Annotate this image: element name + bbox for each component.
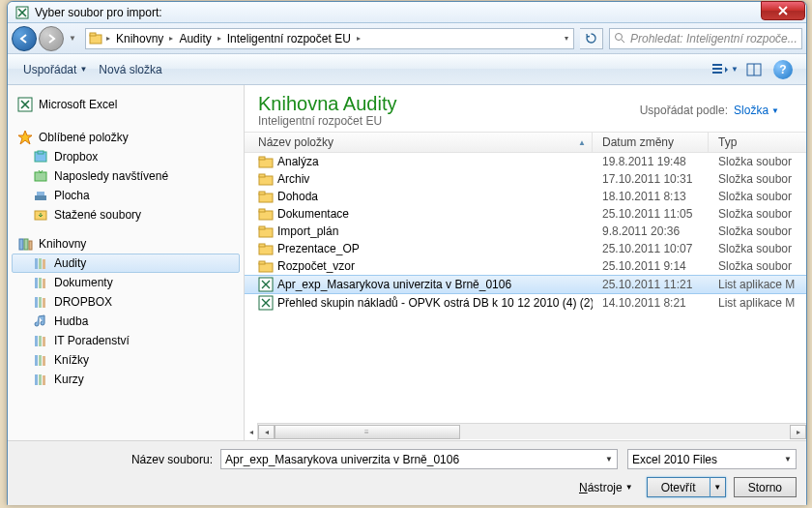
hscroll-right[interactable]: ▸ bbox=[790, 425, 806, 439]
file-row[interactable]: Rozpočet_vzor 25.10.2011 9:14 Složka sou… bbox=[245, 257, 806, 275]
sidebar-library-item[interactable]: Knížky bbox=[12, 350, 240, 370]
nav-forward-button[interactable] bbox=[39, 26, 64, 51]
breadcrumb-arrow-icon[interactable]: ▸ bbox=[103, 34, 113, 43]
file-row[interactable]: Apr_exp_Masarykova univerzita v Brně_010… bbox=[245, 275, 806, 294]
sidebar-library-item[interactable]: Dokumenty bbox=[12, 273, 240, 292]
breadcrumb-arrow-icon[interactable]: ▸ bbox=[166, 34, 176, 43]
file-row[interactable]: Dokumentace 25.10.2011 11:05 Složka soub… bbox=[245, 205, 806, 223]
favorite-icon bbox=[33, 188, 48, 203]
sidebar-favorite-item[interactable]: Stažené soubory bbox=[12, 205, 240, 224]
breadcrumb-segment[interactable]: Inteligentní rozpočet EU bbox=[224, 29, 354, 48]
library-title: Knihovna Audity bbox=[258, 93, 396, 115]
column-name-header[interactable]: Název položky▲ bbox=[245, 133, 593, 152]
breadcrumb-arrow-icon[interactable]: ▸ bbox=[354, 34, 363, 43]
file-row[interactable]: Přehled skupin nákladů - OPVK ostrá DB k… bbox=[245, 294, 806, 312]
folder-icon bbox=[258, 241, 274, 256]
address-dropdown[interactable]: ▾ bbox=[562, 34, 571, 43]
svg-rect-7 bbox=[712, 72, 722, 74]
breadcrumb-segment[interactable]: Audity bbox=[176, 29, 214, 48]
star-icon bbox=[17, 130, 33, 145]
svg-rect-45 bbox=[259, 209, 265, 212]
sidebar-item-label: DROPBOX bbox=[54, 295, 112, 309]
open-button-group: Otevřít ▼ bbox=[647, 477, 726, 497]
content-area: Microsoft Excel Oblíbené položky Dropbox… bbox=[8, 85, 806, 440]
sidebar-favorite-item[interactable]: Naposledy navštívené bbox=[12, 166, 240, 186]
scroll-left-icon[interactable]: ◂ bbox=[245, 423, 258, 440]
filetype-dropdown[interactable]: Excel 2010 Files▼ bbox=[627, 449, 797, 469]
hscroll-left[interactable]: ◂ bbox=[258, 425, 275, 439]
file-type: Složka soubor bbox=[709, 207, 806, 221]
sidebar-item-label: Stažené soubory bbox=[54, 208, 141, 222]
file-type: Složka soubor bbox=[709, 242, 806, 255]
sidebar-libraries-header[interactable]: Knihovny bbox=[12, 234, 240, 254]
filename-input[interactable]: Apr_exp_Masarykova univerzita v Brně_010… bbox=[220, 449, 618, 469]
library-icon bbox=[33, 275, 48, 290]
svg-line-4 bbox=[622, 40, 624, 43]
excel-icon bbox=[258, 295, 274, 311]
svg-rect-28 bbox=[43, 298, 45, 308]
library-icon bbox=[33, 352, 48, 368]
view-options-button[interactable]: ▼ bbox=[711, 59, 739, 80]
column-type-header[interactable]: Typ bbox=[709, 133, 806, 152]
file-list[interactable]: Analýza 19.8.2011 19:48 Složka soubor Ar… bbox=[245, 153, 806, 423]
sidebar-favorite-item[interactable]: Plocha bbox=[12, 186, 240, 205]
titlebar[interactable]: Vyber soubor pro import: bbox=[8, 2, 806, 23]
sidebar-item-label: Audity bbox=[54, 256, 86, 270]
favorite-icon bbox=[33, 207, 48, 223]
preview-pane-button[interactable] bbox=[740, 59, 768, 80]
svg-rect-25 bbox=[43, 279, 45, 288]
sidebar-library-item[interactable]: IT Poradenství bbox=[12, 331, 240, 350]
sidebar-library-item[interactable]: Hudba bbox=[12, 312, 240, 331]
file-row[interactable]: Archiv 17.10.2011 10:31 Složka soubor bbox=[245, 170, 806, 188]
sidebar-library-item[interactable]: Kurzy bbox=[12, 370, 240, 389]
favorite-icon bbox=[33, 168, 48, 184]
organize-button[interactable]: Uspořádat▼ bbox=[17, 59, 93, 80]
svg-rect-47 bbox=[259, 226, 265, 229]
new-folder-button[interactable]: Nová složka bbox=[93, 59, 167, 80]
sort-control[interactable]: Složka▼ bbox=[734, 104, 779, 117]
open-button[interactable]: Otevřít bbox=[647, 477, 710, 497]
file-type: Složka soubor bbox=[709, 155, 806, 168]
search-input[interactable]: Prohledat: Inteligentní rozpoče... bbox=[609, 28, 802, 49]
library-subtitle: Inteligentní rozpočet EU bbox=[258, 114, 396, 128]
sidebar-app-root[interactable]: Microsoft Excel bbox=[12, 93, 240, 116]
svg-rect-30 bbox=[39, 336, 42, 346]
help-button[interactable]: ? bbox=[769, 59, 797, 80]
file-row[interactable]: Prezentace_OP 25.10.2011 10:07 Složka so… bbox=[245, 240, 806, 257]
refresh-button[interactable] bbox=[580, 28, 603, 49]
svg-rect-27 bbox=[39, 297, 42, 308]
sidebar-favorites-header[interactable]: Oblíbené položky bbox=[12, 128, 240, 147]
hscroll-thumb[interactable]: ≡ bbox=[275, 425, 460, 439]
svg-rect-36 bbox=[39, 374, 42, 385]
file-date: 9.8.2011 20:36 bbox=[593, 224, 709, 238]
nav-history-dropdown[interactable]: ▼ bbox=[66, 34, 79, 43]
open-dropdown[interactable]: ▼ bbox=[710, 477, 726, 497]
svg-rect-37 bbox=[43, 375, 45, 385]
close-button[interactable] bbox=[761, 1, 805, 20]
column-date-header[interactable]: Datum změny bbox=[593, 133, 709, 152]
file-row[interactable]: Analýza 19.8.2011 19:48 Složka soubor bbox=[245, 153, 806, 170]
file-name: Dokumentace bbox=[277, 207, 349, 221]
sidebar-favorite-item[interactable]: Dropbox bbox=[12, 147, 240, 166]
breadcrumb-segment[interactable]: Knihovny bbox=[113, 29, 166, 48]
file-row[interactable]: Dohoda 18.10.2011 8:13 Složka soubor bbox=[245, 188, 806, 205]
file-type: Složka soubor bbox=[709, 172, 806, 186]
hscroll-track[interactable]: ≡ bbox=[275, 425, 790, 439]
sidebar-library-item[interactable]: Audity bbox=[12, 254, 240, 273]
svg-rect-49 bbox=[259, 244, 265, 247]
file-row[interactable]: Import_plán 9.8.2011 20:36 Složka soubor bbox=[245, 223, 806, 240]
library-icon bbox=[33, 255, 48, 271]
svg-rect-26 bbox=[35, 297, 38, 308]
breadcrumb-arrow-icon[interactable]: ▸ bbox=[215, 34, 224, 43]
cancel-button[interactable]: Storno bbox=[734, 477, 797, 497]
sidebar-item-label: Naposledy navštívené bbox=[54, 169, 168, 183]
sidebar-library-item[interactable]: DROPBOX bbox=[12, 292, 240, 312]
sidebar-item-label: Kurzy bbox=[54, 373, 84, 386]
tools-dropdown[interactable]: Nástroje▼ bbox=[579, 481, 639, 494]
svg-rect-19 bbox=[29, 241, 32, 250]
address-bar[interactable]: ▸ Knihovny ▸ Audity ▸ Inteligentní rozpo… bbox=[85, 28, 574, 49]
svg-rect-51 bbox=[259, 261, 265, 264]
nav-back-button[interactable] bbox=[12, 26, 37, 51]
svg-rect-41 bbox=[259, 174, 265, 177]
svg-rect-35 bbox=[35, 374, 38, 385]
